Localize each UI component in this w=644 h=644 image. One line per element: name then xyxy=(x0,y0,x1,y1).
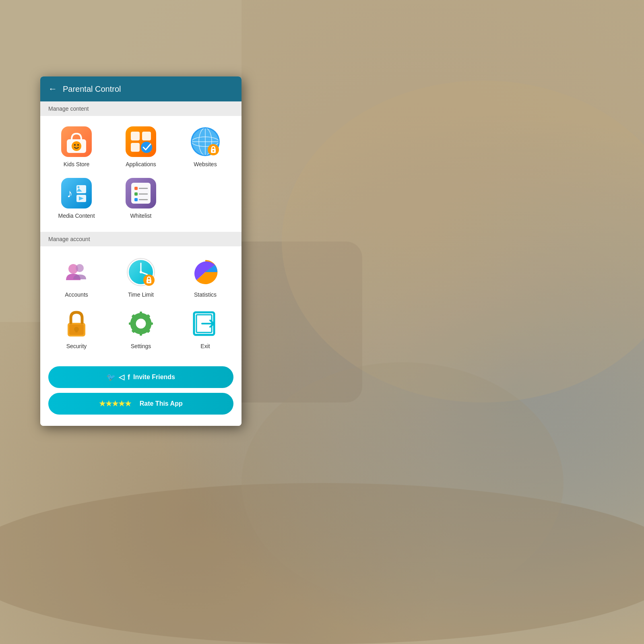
svg-rect-69 xyxy=(130,322,133,325)
statistics-icon xyxy=(189,256,221,288)
settings-svg xyxy=(126,308,156,339)
time-limit-icon xyxy=(125,256,157,288)
invite-friends-button[interactable]: 🐦 ◁ f Invite Friends xyxy=(48,366,233,388)
whitelist-svg xyxy=(126,178,156,208)
exit-item[interactable]: Exit xyxy=(177,304,233,353)
manage-account-grid: Accounts xyxy=(40,246,242,362)
svg-rect-32 xyxy=(131,183,151,204)
svg-rect-10 xyxy=(126,126,156,157)
manage-account-header: Manage account xyxy=(40,232,242,246)
applications-icon xyxy=(125,126,157,158)
whitelist-icon xyxy=(125,177,157,209)
content-row-2: ♪ Media Content xyxy=(44,174,237,222)
svg-text:♪: ♪ xyxy=(67,187,72,200)
websites-item[interactable]: Websites xyxy=(177,122,233,171)
kids-store-label: Kids Store xyxy=(64,161,90,167)
svg-rect-37 xyxy=(134,198,138,201)
security-label: Security xyxy=(66,343,87,349)
kids-store-icon xyxy=(60,126,93,158)
app-header: ← Parental Control xyxy=(40,76,242,101)
svg-rect-67 xyxy=(140,312,142,316)
whitelist-item[interactable]: Whitelist xyxy=(113,174,169,222)
svg-rect-35 xyxy=(134,192,138,196)
applications-svg xyxy=(126,126,156,157)
back-button[interactable]: ← xyxy=(48,84,57,94)
svg-rect-13 xyxy=(131,143,140,152)
share-icon: ◁ xyxy=(119,373,124,382)
time-limit-label: Time Limit xyxy=(128,291,154,298)
media-svg: ♪ xyxy=(61,178,92,208)
time-limit-item[interactable]: Time Limit xyxy=(113,253,169,301)
settings-item[interactable]: Settings xyxy=(113,304,169,353)
exit-label: Exit xyxy=(200,343,210,349)
whitelist-label: Whitelist xyxy=(130,213,152,219)
security-svg xyxy=(61,308,92,339)
twitter-icon: 🐦 xyxy=(107,373,116,382)
websites-label: Websites xyxy=(194,161,217,167)
svg-rect-70 xyxy=(149,322,152,325)
media-content-icon: ♪ xyxy=(60,177,93,209)
kids-store-svg xyxy=(61,126,92,157)
rate-app-button[interactable]: ★★★★★ Rate This App xyxy=(48,393,233,415)
websites-svg xyxy=(190,126,221,157)
rate-label: Rate This App xyxy=(140,400,183,407)
svg-rect-11 xyxy=(131,132,140,140)
app-title: Parental Control xyxy=(63,85,121,94)
svg-point-40 xyxy=(76,264,84,272)
kids-store-item[interactable]: Kids Store xyxy=(48,122,105,171)
svg-rect-52 xyxy=(75,329,78,332)
applications-label: Applications xyxy=(126,161,156,167)
websites-icon xyxy=(189,126,221,158)
security-item[interactable]: Security xyxy=(48,304,105,353)
accounts-svg xyxy=(61,257,92,287)
svg-point-9 xyxy=(77,144,79,146)
account-row-1: Accounts xyxy=(44,253,237,301)
svg-rect-12 xyxy=(142,132,151,140)
media-content-label: Media Content xyxy=(58,213,95,219)
accounts-icon xyxy=(60,256,93,288)
svg-rect-33 xyxy=(134,187,138,190)
security-icon xyxy=(60,308,93,340)
svg-point-45 xyxy=(140,271,142,273)
svg-rect-68 xyxy=(140,332,142,335)
exit-icon xyxy=(189,308,221,340)
accounts-item[interactable]: Accounts xyxy=(48,253,105,301)
phone-ui-panel: ← Parental Control Manage content xyxy=(40,76,242,426)
accounts-label: Accounts xyxy=(65,291,88,298)
facebook-icon: f xyxy=(128,373,130,382)
svg-point-15 xyxy=(141,142,152,153)
svg-point-8 xyxy=(74,144,76,146)
svg-rect-25 xyxy=(61,178,92,208)
content-row-1: Kids Store xyxy=(44,122,237,171)
applications-item[interactable]: Applications xyxy=(113,122,169,171)
svg-point-7 xyxy=(72,141,81,151)
manage-content-grid: Kids Store xyxy=(40,116,242,232)
exit-svg xyxy=(190,308,221,339)
statistics-label: Statistics xyxy=(194,291,217,298)
action-buttons-section: 🐦 ◁ f Invite Friends ★★★★★ Rate This App xyxy=(40,362,242,426)
manage-content-header: Manage content xyxy=(40,101,242,116)
settings-icon xyxy=(125,308,157,340)
media-content-item[interactable]: ♪ Media Content xyxy=(48,174,105,222)
svg-point-24 xyxy=(213,150,214,152)
svg-point-48 xyxy=(148,281,150,282)
invite-label: Invite Friends xyxy=(133,374,175,381)
svg-point-4 xyxy=(242,362,564,604)
time-limit-svg xyxy=(126,257,156,287)
statistics-item[interactable]: Statistics xyxy=(177,253,233,301)
settings-label: Settings xyxy=(131,343,151,349)
account-row-2: Security xyxy=(44,304,237,353)
svg-point-28 xyxy=(78,186,80,188)
stars-display: ★★★★★ xyxy=(99,399,131,408)
statistics-svg xyxy=(190,257,221,287)
